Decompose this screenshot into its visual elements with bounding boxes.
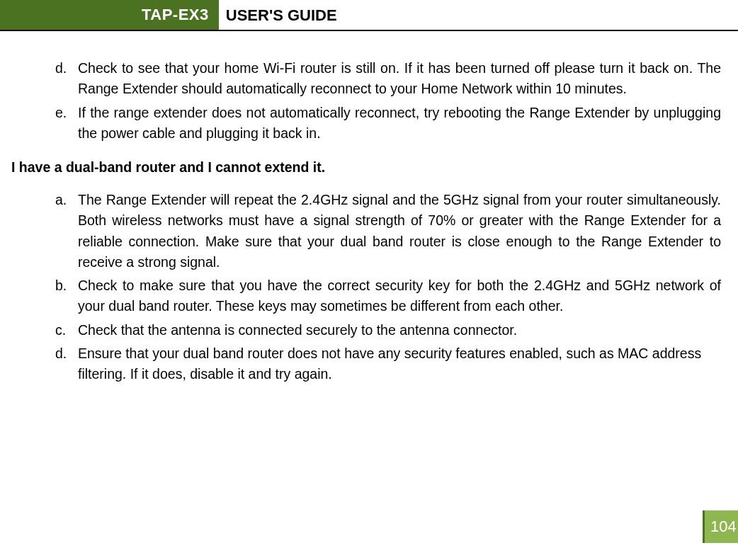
page-content: d. Check to see that your home Wi-Fi rou… <box>0 58 738 384</box>
item-text: The Range Extender will repeat the 2.4GH… <box>78 190 731 273</box>
item-text: Check to make sure that you have the cor… <box>78 275 731 317</box>
troubleshooting-list-continued: d. Check to see that your home Wi-Fi rou… <box>7 58 731 144</box>
page-number: 104 <box>703 510 738 543</box>
item-text: Check that the antenna is connected secu… <box>78 320 731 341</box>
list-item: d. Ensure that your dual band router doe… <box>55 343 731 385</box>
item-marker: d. <box>55 58 78 100</box>
list-item: e. If the range extender does not automa… <box>55 103 731 144</box>
item-text: Ensure that your dual band router does n… <box>78 343 731 385</box>
item-marker: a. <box>55 190 78 273</box>
list-item: d. Check to see that your home Wi-Fi rou… <box>55 58 731 100</box>
list-item: c. Check that the antenna is connected s… <box>55 320 731 341</box>
list-item: b. Check to make sure that you have the … <box>55 275 731 317</box>
product-badge: TAP-EX3 <box>0 0 219 30</box>
item-marker: d. <box>55 343 78 385</box>
section-heading: I have a dual-band router and I cannot e… <box>11 159 731 176</box>
item-marker: c. <box>55 320 78 341</box>
item-text: Check to see that your home Wi-Fi router… <box>78 58 731 100</box>
dual-band-troubleshooting-list: a. The Range Extender will repeat the 2.… <box>7 190 731 384</box>
item-marker: e. <box>55 103 78 144</box>
item-text: If the range extender does not automatic… <box>78 103 731 144</box>
item-marker: b. <box>55 275 78 317</box>
list-item: a. The Range Extender will repeat the 2.… <box>55 190 731 273</box>
page-header: TAP-EX3 USER'S GUIDE <box>0 0 738 31</box>
guide-title: USER'S GUIDE <box>219 0 337 30</box>
